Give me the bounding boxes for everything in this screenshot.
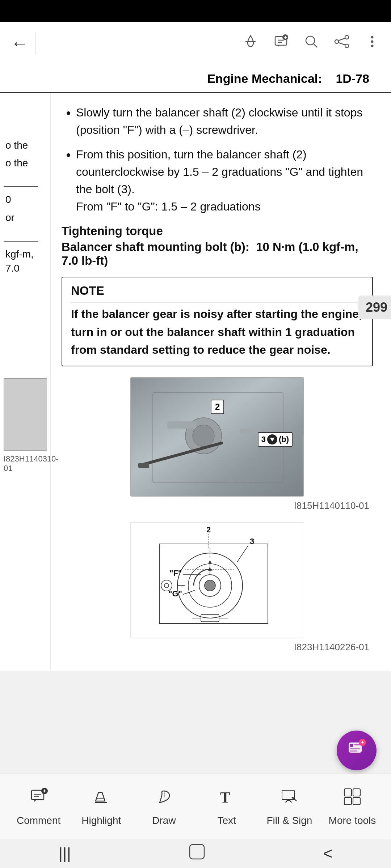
photo-caption: I815H1140110-01 — [62, 500, 373, 511]
more-tools-label: More tools — [329, 815, 376, 826]
svg-point-33 — [205, 580, 215, 591]
fill-sign-tool-label: Fill & Sign — [266, 815, 312, 826]
bottom-toolbar: Comment Highlight Draw T Text — [0, 774, 391, 839]
draw-tool-label: Draw — [152, 815, 176, 826]
nav-home-icon[interactable] — [188, 843, 206, 864]
note-text: If the balancer gear is noisy after star… — [71, 305, 363, 359]
doc-header: Engine Mechanical: 1D-78 — [0, 65, 391, 93]
back-button[interactable]: ← — [11, 33, 28, 53]
svg-point-16 — [371, 44, 374, 47]
ai-icon: ✦ — [346, 737, 367, 763]
more-options-icon[interactable] — [364, 34, 380, 53]
comment-tool-icon — [29, 787, 48, 810]
comment-icon[interactable] — [273, 34, 289, 53]
svg-text:"G": "G" — [168, 589, 182, 598]
svg-text:✦: ✦ — [361, 740, 364, 745]
bullet-item-2: From this position, turn the balancer sh… — [76, 146, 373, 215]
photo-diagram: 2 3 ♥ (b) — [130, 377, 304, 497]
doc-page-ref: 1D-78 — [336, 72, 369, 85]
svg-rect-70 — [344, 797, 352, 805]
app-toolbar: ← — [0, 22, 391, 65]
nav-recents-icon[interactable]: ||| — [59, 844, 71, 863]
svg-line-8 — [314, 44, 317, 47]
svg-line-12 — [339, 38, 345, 41]
content-area: o the o the 0 or kgf-m, 7.0 I823H1140310… — [0, 93, 391, 671]
line-diagram-container: 2 3 — [62, 522, 373, 653]
draw-tool-icon — [155, 787, 173, 810]
toolbar-divider — [35, 33, 36, 54]
toolbar-icons — [243, 34, 380, 53]
share-icon[interactable] — [334, 34, 350, 53]
svg-rect-71 — [353, 797, 360, 805]
svg-point-14 — [371, 36, 374, 38]
svg-rect-50 — [350, 744, 353, 747]
sidebar-or: or — [4, 209, 47, 226]
comment-tool-label: Comment — [17, 815, 60, 826]
nav-back-icon[interactable]: < — [323, 844, 333, 863]
tightening-torque-section: Tightening torque Balancer shaft mountin… — [62, 224, 373, 268]
text-tool-label: Text — [218, 815, 236, 826]
tightening-value: Balancer shaft mounting bolt (b): 10 N·m… — [62, 240, 373, 268]
more-tools-tool[interactable]: More tools — [329, 787, 376, 826]
tightening-title: Tightening torque — [62, 224, 373, 238]
sidebar-overflow-1: o the — [4, 136, 47, 154]
draw-tool[interactable]: Draw — [140, 787, 188, 826]
highlight-tool-label: Highlight — [81, 815, 121, 826]
svg-rect-68 — [344, 789, 352, 796]
svg-point-7 — [306, 36, 315, 45]
status-bar — [0, 0, 391, 22]
note-title: NOTE — [71, 284, 363, 298]
brightness-icon[interactable] — [243, 34, 258, 53]
note-rule — [71, 302, 363, 302]
sidebar-kgf: kgf-m, 7.0 — [4, 245, 47, 277]
highlight-tool-icon — [92, 787, 111, 810]
doc-content: 299 Slowly turn the balancer shaft (2) c… — [51, 93, 391, 671]
svg-text:T: T — [220, 789, 230, 806]
svg-point-9 — [345, 35, 349, 39]
note-box: NOTE If the balancer gear is noisy after… — [62, 277, 373, 366]
svg-rect-25 — [130, 522, 304, 638]
svg-point-11 — [345, 44, 349, 48]
photo-diagram-container: 2 3 ♥ (b) I815H1140110-01 — [62, 377, 373, 511]
svg-rect-52 — [350, 748, 360, 749]
bullet-item-1: Slowly turn the balancer shaft (2) clock… — [76, 104, 373, 139]
svg-rect-72 — [190, 844, 204, 859]
sidebar-caption: I823H1140310-01 — [4, 454, 47, 473]
comment-tool[interactable]: Comment — [15, 787, 62, 826]
doc-title: Engine Mechanical: — [207, 72, 322, 85]
search-icon[interactable] — [303, 34, 319, 53]
svg-point-15 — [371, 40, 374, 43]
fill-sign-tool-icon — [280, 787, 299, 810]
left-sidebar: o the o the 0 or kgf-m, 7.0 I823H1140310… — [0, 93, 51, 671]
line-diagram-caption: I823H1140226-01 — [62, 642, 373, 653]
highlight-tool[interactable]: Highlight — [78, 787, 125, 826]
nav-bar: ||| < — [0, 839, 391, 868]
fill-sign-tool[interactable]: Fill & Sign — [266, 787, 313, 826]
ai-assistant-button[interactable]: ✦ — [337, 731, 377, 770]
svg-text:"F": "F" — [169, 569, 182, 578]
sidebar-image — [4, 378, 47, 451]
svg-text:3: 3 — [250, 537, 254, 546]
more-tools-icon — [343, 787, 362, 810]
photo-overlay: 2 3 ♥ (b) — [131, 378, 303, 496]
text-tool[interactable]: T Text — [203, 787, 250, 826]
svg-text:2: 2 — [206, 525, 211, 534]
svg-rect-24 — [138, 463, 149, 468]
text-tool-icon: T — [217, 787, 236, 810]
page-number: 299 — [358, 295, 391, 319]
sidebar-overflow-2: o the — [4, 154, 47, 172]
sidebar-number-0: 0 — [4, 191, 47, 208]
line-diagram-svg: 2 3 — [130, 522, 304, 638]
callout-3b: 3 ♥ (b) — [258, 432, 293, 447]
bullet-list: Slowly turn the balancer shaft (2) clock… — [62, 104, 373, 215]
svg-line-13 — [339, 43, 345, 45]
svg-rect-53 — [350, 750, 357, 752]
svg-point-10 — [335, 40, 339, 43]
callout-2: 2 — [211, 400, 224, 414]
svg-rect-69 — [353, 789, 360, 796]
svg-rect-21 — [167, 421, 196, 429]
